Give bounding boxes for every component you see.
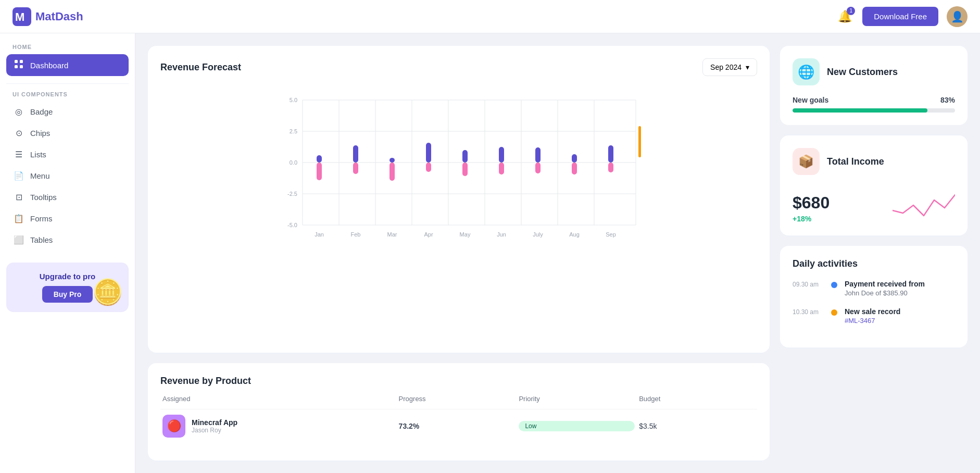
new-customers-card: 🌐 New Customers New goals 83% — [780, 46, 968, 125]
logo-text: MatDash — [35, 10, 83, 23]
svg-rect-41 — [572, 163, 577, 175]
new-customers-header: 🌐 New Customers — [793, 58, 955, 85]
svg-text:Jan: Jan — [315, 231, 324, 238]
buy-pro-button[interactable]: Buy Pro — [42, 286, 93, 303]
svg-rect-30 — [390, 158, 395, 163]
activity-sub-1: John Doe of $385.90 — [845, 289, 955, 297]
sidebar-item-forms[interactable]: 📋 Forms — [6, 208, 129, 229]
svg-text:Feb: Feb — [351, 231, 361, 238]
sidebar-dashboard-label: Dashboard — [30, 61, 68, 70]
month-select[interactable]: Sep 2024 ▾ — [702, 58, 757, 76]
goals-label: New goals — [793, 96, 828, 104]
month-select-value: Sep 2024 — [710, 63, 742, 71]
product-details: Minecraf App Jason Roy — [192, 418, 237, 434]
upgrade-graphic: 🪙 — [92, 278, 123, 307]
header-right: 🔔 1 Download Free 👤 — [836, 6, 968, 27]
sidebar-forms-label: Forms — [30, 214, 53, 223]
total-income-card: 📦 Total Income $680 +18% — [780, 135, 968, 235]
revenue-forecast-title: Revenue Forecast — [160, 62, 241, 73]
revenue-forecast-card: Revenue Forecast Sep 2024 ▾ 5.0 2.5 — [148, 46, 770, 353]
sidebar-section-home: HOME — [6, 44, 129, 50]
header: M MatDash 🔔 1 Download Free 👤 — [0, 0, 980, 33]
total-income-icon: 📦 — [793, 148, 820, 175]
chips-icon: ⊙ — [14, 128, 24, 138]
badge-icon: ◎ — [14, 107, 24, 117]
sidebar-item-lists[interactable]: ☰ Lists — [6, 144, 129, 165]
activity-time-1: 09.30 am — [793, 280, 824, 288]
goals-progress-bar — [793, 108, 955, 113]
sidebar: HOME Dashboard UI COMPONENTS ◎ Badge ⊙ C… — [0, 33, 135, 473]
revenue-chart: 5.0 2.5 0.0 -2.5 -5.0 — [160, 84, 757, 241]
svg-rect-34 — [462, 150, 468, 163]
svg-rect-4 — [15, 65, 18, 68]
product-progress: 73.2% — [399, 422, 515, 430]
sidebar-chips-label: Chips — [30, 129, 50, 138]
app-body: HOME Dashboard UI COMPONENTS ◎ Badge ⊙ C… — [0, 33, 980, 473]
sidebar-item-chips[interactable]: ⊙ Chips — [6, 123, 129, 143]
logo-icon: M — [12, 7, 31, 26]
sidebar-item-tables[interactable]: ⬜ Tables — [6, 230, 129, 250]
svg-text:Mar: Mar — [387, 231, 397, 238]
daily-activities-card: Daily activities 09.30 am Payment receiv… — [780, 246, 968, 347]
svg-rect-43 — [608, 163, 613, 172]
activity-link-2[interactable]: #ML-3467 — [845, 317, 955, 325]
total-income-header: 📦 Total Income — [793, 148, 955, 175]
svg-text:5.0: 5.0 — [290, 97, 297, 103]
total-income-change: +18% — [793, 215, 830, 223]
activity-content-2: New sale record #ML-3467 — [845, 307, 955, 325]
svg-rect-5 — [20, 65, 23, 68]
sidebar-item-menu[interactable]: 📄 Menu — [6, 166, 129, 186]
sidebar-item-tooltips[interactable]: ⊡ Tooltips — [6, 187, 129, 207]
goals-progress-fill — [793, 108, 927, 113]
svg-text:-2.5: -2.5 — [287, 191, 297, 197]
svg-rect-36 — [499, 147, 504, 163]
svg-rect-28 — [353, 145, 358, 163]
product-priority: Low — [519, 421, 635, 431]
svg-text:0.0: 0.0 — [290, 159, 297, 166]
activity-item-1: 09.30 am Payment received from John Doe … — [793, 280, 955, 297]
total-income-amount: $680 — [793, 193, 830, 213]
svg-text:2.5: 2.5 — [290, 128, 297, 134]
svg-text:Jun: Jun — [497, 231, 506, 238]
upgrade-box: Upgrade to pro Buy Pro 🪙 — [6, 263, 129, 312]
sidebar-lists-label: Lists — [30, 150, 46, 159]
lists-icon: ☰ — [14, 150, 24, 159]
tooltips-icon: ⊡ — [14, 192, 24, 202]
notification-badge: 1 — [847, 7, 855, 15]
product-sub: Jason Roy — [192, 427, 237, 434]
col-budget: Budget — [639, 395, 755, 403]
activity-content-1: Payment received from John Doe of $385.9… — [845, 280, 955, 297]
svg-text:Aug: Aug — [569, 231, 580, 238]
sidebar-divider — [6, 83, 129, 84]
download-free-button[interactable]: Download Free — [862, 7, 938, 26]
new-customers-progress-row: New goals 83% — [793, 96, 955, 104]
svg-rect-53 — [638, 126, 641, 157]
svg-text:M: M — [15, 10, 24, 23]
revenue-product-card: Revenue by Product Assigned Progress Pri… — [148, 363, 770, 460]
sidebar-item-badge[interactable]: ◎ Badge — [6, 102, 129, 122]
tables-icon: ⬜ — [14, 235, 24, 245]
notification-button[interactable]: 🔔 1 — [836, 8, 854, 26]
col-progress: Progress — [399, 395, 515, 403]
svg-rect-32 — [426, 143, 431, 163]
svg-rect-35 — [462, 163, 468, 176]
sidebar-tables-label: Tables — [30, 235, 53, 244]
main-content: Revenue Forecast Sep 2024 ▾ 5.0 2.5 — [135, 33, 980, 473]
activity-main-1: Payment received from — [845, 280, 955, 288]
svg-rect-2 — [15, 60, 18, 63]
dashboard-icon — [14, 59, 24, 71]
activity-dot-2 — [831, 309, 837, 316]
forms-icon: 📋 — [14, 214, 24, 223]
svg-rect-37 — [499, 163, 504, 175]
revenue-product-header: Revenue by Product — [160, 376, 757, 387]
revenue-chart-svg: 5.0 2.5 0.0 -2.5 -5.0 — [160, 84, 757, 241]
col-priority: Priority — [519, 395, 635, 403]
sidebar-item-dashboard[interactable]: Dashboard — [6, 54, 129, 76]
table-header: Assigned Progress Priority Budget — [160, 395, 757, 403]
table-row: 🔴 Minecraf App Jason Roy 73.2% Low $3.5k — [160, 409, 757, 443]
avatar: 👤 — [947, 6, 968, 27]
activity-main-2: New sale record — [845, 307, 955, 316]
revenue-product-title: Revenue by Product — [160, 376, 251, 387]
svg-text:July: July — [533, 231, 543, 238]
logo: M MatDash — [12, 7, 83, 26]
